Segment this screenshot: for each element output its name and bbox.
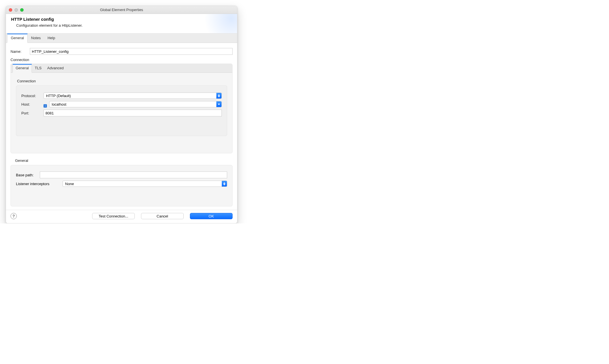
chevron-down-icon <box>216 101 221 107</box>
host-value: localhost <box>49 101 216 107</box>
protocol-value: HTTP (Default) <box>44 93 216 99</box>
host-combo[interactable]: localhost <box>49 101 222 107</box>
header-band: HTTP Listener config Configuration eleme… <box>6 14 237 34</box>
host-row: Host: i localhost <box>21 101 222 107</box>
name-row: Name: <box>11 48 233 55</box>
test-connection-button[interactable]: Test Connection... <box>92 213 135 219</box>
port-label: Port: <box>21 111 40 115</box>
window-title: Global Element Properties <box>6 8 237 12</box>
basepath-input[interactable] <box>40 171 227 178</box>
port-row: Port: <box>21 110 222 116</box>
connection-tabbar: General TLS Advanced <box>11 64 232 73</box>
basepath-row: Base path: <box>16 171 227 178</box>
port-input[interactable] <box>44 110 222 116</box>
titlebar: Global Element Properties <box>6 6 237 14</box>
cancel-button[interactable]: Cancel <box>141 213 184 219</box>
connection-fields-panel: Protocol: HTTP (Default) Host: i <box>16 85 227 136</box>
name-label: Name: <box>11 49 26 54</box>
zoom-icon[interactable] <box>20 8 24 12</box>
connection-panel: General TLS Advanced Connection Protocol… <box>11 64 233 153</box>
conn-tab-advanced[interactable]: Advanced <box>44 64 67 72</box>
tab-notes[interactable]: Notes <box>28 34 44 43</box>
connection-section-label: Connection <box>11 58 233 62</box>
general-panel: Base path: Listener interceptors None <box>11 165 233 206</box>
updown-icon <box>222 181 227 187</box>
info-icon: i <box>44 104 47 108</box>
page-title: HTTP Listener config <box>11 17 232 22</box>
ok-button[interactable]: OK <box>190 213 233 219</box>
interceptors-row: Listener interceptors None <box>16 181 227 187</box>
interceptors-value: None <box>63 181 222 187</box>
name-input[interactable] <box>30 48 233 55</box>
protocol-label: Protocol: <box>21 94 40 98</box>
traffic-lights <box>9 8 24 12</box>
conn-tab-tls[interactable]: TLS <box>32 64 44 72</box>
tab-help[interactable]: Help <box>44 34 59 43</box>
main-tabbar: General Notes Help <box>6 34 237 43</box>
tab-general[interactable]: General <box>7 34 28 43</box>
dialog-window: Global Element Properties HTTP Listener … <box>6 6 237 223</box>
form-body: Name: Connection General TLS Advanced Co… <box>6 43 237 210</box>
host-label: Host: <box>21 102 40 106</box>
updown-icon <box>216 93 221 99</box>
help-icon[interactable]: ? <box>11 213 17 219</box>
basepath-label: Base path: <box>16 173 36 177</box>
interceptors-select[interactable]: None <box>63 181 227 187</box>
connection-inner-panel: Connection Protocol: HTTP (Default) <box>11 73 232 153</box>
inner-connection-label: Connection <box>17 79 227 83</box>
minimize-icon <box>14 8 18 12</box>
protocol-select[interactable]: HTTP (Default) <box>44 93 222 99</box>
conn-tab-general[interactable]: General <box>13 64 32 73</box>
general-section-label: General <box>15 158 233 163</box>
close-icon[interactable] <box>9 8 12 12</box>
page-subtitle: Configuration element for a HttpListener… <box>16 23 232 28</box>
dialog-footer: ? Test Connection... Cancel OK <box>6 210 237 223</box>
interceptors-label: Listener interceptors <box>16 182 59 186</box>
protocol-row: Protocol: HTTP (Default) <box>21 93 222 99</box>
